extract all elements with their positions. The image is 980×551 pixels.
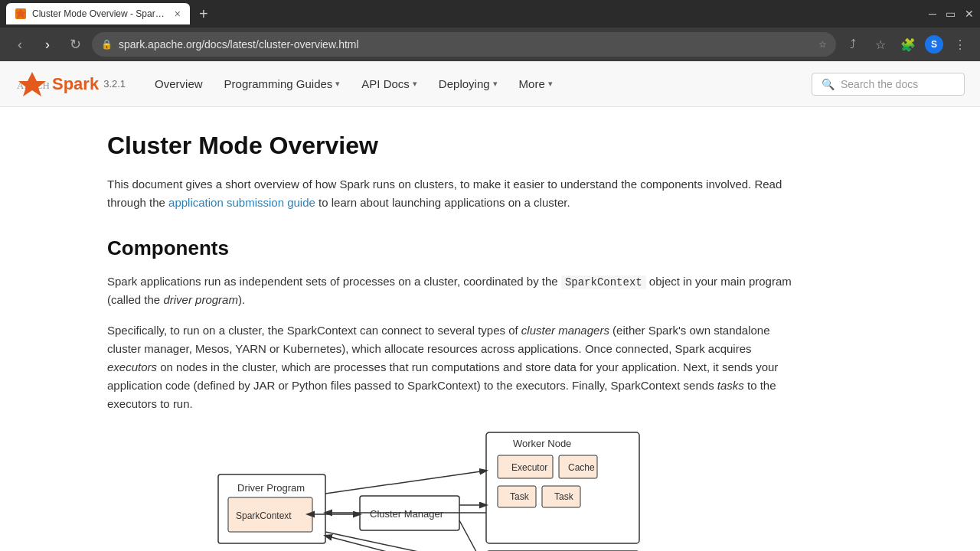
address-bar[interactable]: 🔒 spark.apache.org/docs/latest/cluster-o…: [92, 32, 836, 57]
search-box[interactable]: 🔍 Search the docs: [812, 73, 965, 96]
executor-label-1: Executor: [511, 462, 547, 473]
browser-tab[interactable]: Cluster Mode Overview - Spark ... ×: [6, 3, 190, 24]
close-window-button[interactable]: ✕: [965, 8, 974, 20]
search-container[interactable]: 🔍 Search the docs: [812, 73, 965, 96]
driver-program-em: driver program: [163, 293, 238, 306]
app-submission-link[interactable]: application submission guide: [168, 196, 315, 209]
cluster-manager-label: Cluster Manager: [370, 508, 444, 520]
maximize-button[interactable]: ▭: [946, 8, 956, 20]
para1: Spark applications run as independent se…: [107, 272, 796, 309]
main-nav: Overview Programming Guides API Docs Dep…: [144, 61, 812, 107]
driver-program-label: Driver Program: [237, 482, 305, 494]
browser-toolbar: ‹ › ↻ 🔒 spark.apache.org/docs/latest/clu…: [0, 28, 980, 61]
main-content: Cluster Mode Overview This document give…: [0, 107, 842, 551]
cluster-diagram: Worker Node Executor Cache Task Task Wor…: [107, 429, 796, 551]
sparkcontext-code: SparkContext: [561, 276, 646, 289]
tab-close-button[interactable]: ×: [175, 8, 181, 20]
spark-version: 3.2.1: [103, 78, 126, 90]
window-controls: ─ ▭ ✕: [929, 8, 974, 20]
svg-line-20: [325, 532, 486, 551]
nav-programming-guides[interactable]: Programming Guides: [214, 61, 351, 107]
page-content: APACHE Spark 3.2.1 Overview Programming …: [0, 61, 980, 551]
minimize-button[interactable]: ─: [929, 8, 936, 20]
nav-deploying[interactable]: Deploying: [428, 61, 508, 107]
extensions-button[interactable]: 🧩: [897, 34, 919, 55]
toolbar-actions: ⤴ ☆ 🧩 S ⋮: [842, 34, 971, 55]
tab-title: Cluster Mode Overview - Spark ...: [32, 8, 168, 19]
para2: Specifically, to run on a cluster, the S…: [107, 321, 796, 413]
lock-icon: 🔒: [101, 39, 113, 50]
site-navbar: APACHE Spark 3.2.1 Overview Programming …: [0, 61, 980, 107]
user-avatar[interactable]: S: [925, 35, 943, 54]
components-heading: Components: [107, 236, 796, 260]
task1-label: Task: [510, 491, 530, 502]
new-tab-button[interactable]: +: [199, 5, 208, 23]
spark-logo-icon: APACHE: [15, 67, 49, 101]
executors-em: executors: [107, 360, 157, 373]
svg-marker-2: [18, 72, 46, 96]
forward-button[interactable]: ›: [37, 34, 58, 55]
back-button[interactable]: ‹: [9, 34, 31, 55]
search-icon: 🔍: [822, 78, 835, 90]
browser-chrome: Cluster Mode Overview - Spark ... × + ─ …: [0, 0, 980, 61]
cluster-managers-em: cluster managers: [521, 324, 609, 337]
sparkcontext-label: SparkContext: [236, 510, 292, 521]
share-button[interactable]: ⤴: [842, 34, 864, 55]
intro-suffix: to learn about launching applications on…: [315, 196, 570, 209]
bookmark-icon: ☆: [818, 39, 827, 50]
svg-line-18: [459, 520, 486, 551]
browser-titlebar: Cluster Mode Overview - Spark ... × + ─ …: [0, 0, 980, 28]
nav-overview[interactable]: Overview: [144, 61, 214, 107]
menu-button[interactable]: ⋮: [949, 34, 971, 55]
task2-label: Task: [554, 491, 574, 502]
tab-favicon: [15, 8, 26, 19]
brand-logo[interactable]: APACHE Spark 3.2.1: [15, 67, 126, 101]
nav-more[interactable]: More: [508, 61, 564, 107]
nav-api-docs[interactable]: API Docs: [351, 61, 428, 107]
reload-button[interactable]: ↻: [64, 34, 86, 55]
intro-paragraph: This document gives a short overview of …: [107, 175, 796, 212]
search-placeholder: Search the docs: [841, 78, 918, 90]
bookmark-button[interactable]: ☆: [870, 34, 891, 55]
svg-line-15: [325, 471, 486, 494]
svg-line-19: [325, 536, 486, 551]
worker-node-1-label: Worker Node: [513, 438, 571, 449]
spark-text: Spark: [52, 74, 99, 94]
svg-marker-0: [16, 9, 25, 18]
cache-label-1: Cache: [568, 462, 595, 473]
spark-logo: APACHE Spark 3.2.1: [15, 67, 126, 101]
tasks-em: tasks: [717, 379, 744, 392]
page-title: Cluster Mode Overview: [107, 132, 796, 160]
diagram-svg: Worker Node Executor Cache Task Task Wor…: [214, 429, 689, 551]
address-text: spark.apache.org/docs/latest/cluster-ove…: [119, 38, 812, 51]
